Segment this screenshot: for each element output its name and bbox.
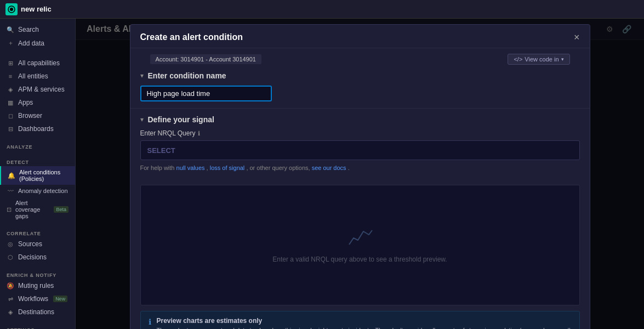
detect-section-label: DETECT (0, 157, 75, 166)
info-banner-body: These charts use your stored data to sho… (157, 326, 572, 330)
destinations-icon: ◈ (7, 309, 14, 316)
sidebar-section-analyze: ANALYZE (0, 138, 75, 153)
svg-point-1 (10, 8, 13, 11)
sources-icon: ◎ (7, 241, 14, 248)
browser-icon: ◻ (7, 112, 14, 120)
sidebar-label-anomaly: Anomaly detection (18, 188, 68, 194)
modal-close-button[interactable]: × (574, 32, 580, 42)
help-other-text: , or other query options, (246, 164, 310, 171)
sidebar-label-add-data: Add data (18, 39, 44, 47)
analyze-section-label: ANALYZE (0, 142, 75, 151)
sidebar-label-entities: All entities (18, 72, 48, 80)
sidebar-item-sources[interactable]: ◎ Sources (0, 237, 75, 251)
signal-section: ▾ Define your signal Enter NRQL Query ℹ … (130, 109, 590, 179)
coverage-icon: ⊡ (7, 206, 12, 213)
sidebar-section-detect: DETECT 🔔 Alert conditions (Policies) 〰 A… (0, 153, 75, 224)
plus-icon: ＋ (7, 39, 14, 47)
sidebar-section-main: ⊞ All capabilities ≡ All entities ◈ APM … (0, 52, 75, 138)
sidebar-section-enrich: ENRICH & NOTIFY 🔕 Muting rules ⇌ Workflo… (0, 266, 75, 321)
loss-of-signal-link[interactable]: loss of signal (210, 164, 245, 171)
app-logo[interactable]: new relic (5, 3, 52, 15)
sidebar-item-alert-conditions[interactable]: 🔔 Alert conditions (Policies) (0, 166, 75, 185)
info-banner-icon: ℹ (149, 317, 151, 326)
condition-name-title: Enter condition name (148, 71, 226, 80)
condition-name-input[interactable] (140, 86, 272, 101)
decisions-icon: ⬡ (7, 254, 14, 261)
sidebar-label-apm: APM & services (18, 86, 65, 93)
info-icon: ℹ (198, 130, 200, 137)
help-pre-text: For help with (140, 164, 175, 171)
sidebar-label-coverage: Alert coverage gaps (15, 200, 49, 219)
modal-account-row: Account: 3014901 - Account 3014901 </> V… (130, 48, 590, 65)
info-banner: ℹ Preview charts are estimates only Thes… (140, 311, 580, 330)
chevron-icon-signal: ▾ (140, 116, 144, 123)
search-icon: 🔍 (7, 26, 14, 33)
condition-name-section: ▾ Enter condition name (130, 65, 590, 109)
preview-chart-area: Enter a valid NRQL query above to see a … (140, 185, 580, 305)
nrql-query-input[interactable]: SELECT (140, 140, 580, 160)
sidebar-section-correlate: CORRELATE ◎ Sources ⬡ Decisions (0, 224, 75, 266)
sidebar-item-all-entities[interactable]: ≡ All entities (0, 70, 75, 83)
enrich-section-label: ENRICH & NOTIFY (0, 270, 75, 279)
bell-icon: 🔔 (8, 172, 15, 179)
content-area: Alerts & AI ⚙ 🔗 Create an alert conditio… (76, 19, 644, 329)
apm-icon: ◈ (7, 86, 14, 93)
account-badge: Account: 3014901 - Account 3014901 (150, 54, 261, 64)
sidebar-item-add-data[interactable]: ＋ Add data (0, 36, 75, 50)
settings-section-label: SETTINGS (0, 325, 75, 329)
sidebar-item-workflows[interactable]: ⇌ Workflows New (0, 292, 75, 305)
sidebar-label-dashboards: Dashboards (18, 125, 54, 133)
sidebar-label-sources: Sources (18, 240, 42, 248)
view-code-label: View code in (525, 56, 558, 63)
query-label-row: Enter NRQL Query ℹ (140, 129, 580, 137)
sidebar-item-destinations[interactable]: ◈ Destinations (0, 305, 75, 319)
query-help-text: For help with null values , loss of sign… (140, 163, 580, 173)
sidebar-item-decisions[interactable]: ⬡ Decisions (0, 251, 75, 264)
sidebar-item-muting-rules[interactable]: 🔕 Muting rules (0, 279, 75, 292)
modal-title: Create an alert condition (140, 32, 243, 42)
view-code-icon: </> (514, 56, 522, 63)
main-layout: 🔍 Search ＋ Add data ⊞ All capabilities ≡… (0, 19, 644, 329)
modal-header: Create an alert condition × (130, 25, 590, 48)
sidebar-item-browser[interactable]: ◻ Browser (0, 109, 75, 122)
sidebar-label-decisions: Decisions (18, 253, 47, 261)
sidebar-label-search: Search (18, 26, 39, 33)
sidebar-item-dashboards[interactable]: ⊟ Dashboards (0, 122, 75, 135)
chart-placeholder-icon (347, 227, 373, 249)
sidebar: 🔍 Search ＋ Add data ⊞ All capabilities ≡… (0, 19, 76, 329)
info-banner-title: Preview charts are estimates only (157, 317, 572, 325)
sidebar-label-muting: Muting rules (18, 282, 54, 290)
mute-icon: 🔕 (7, 282, 14, 290)
signal-toggle: ▾ Define your signal (140, 115, 580, 124)
create-alert-modal: Create an alert condition × Account: 301… (130, 24, 590, 329)
topbar: new relic (0, 0, 644, 19)
query-label-text: Enter NRQL Query (140, 129, 196, 137)
workflow-icon: ⇌ (7, 296, 14, 303)
beta-badge: Beta (54, 206, 69, 213)
sidebar-section-settings: SETTINGS ⚙ General (0, 321, 75, 329)
logo-icon (5, 3, 18, 15)
sidebar-item-anomaly-detection[interactable]: 〰 Anomaly detection (0, 185, 75, 197)
null-values-link[interactable]: null values (176, 164, 205, 171)
chevron-down-icon: ▾ (561, 56, 564, 62)
dashboard-icon: ⊟ (7, 126, 14, 133)
wave-icon: 〰 (7, 188, 14, 194)
sidebar-label-browser: Browser (18, 112, 42, 120)
sidebar-item-search[interactable]: 🔍 Search (0, 23, 75, 36)
sidebar-item-alert-coverage[interactable]: ⊡ Alert coverage gaps Beta (0, 197, 75, 222)
help-period: . (348, 164, 350, 171)
sidebar-item-all-capabilities[interactable]: ⊞ All capabilities (0, 56, 75, 70)
chevron-icon-condition: ▾ (140, 72, 144, 80)
select-keyword: SELECT (147, 146, 175, 155)
sidebar-item-apps[interactable]: ▦ Apps (0, 96, 75, 109)
sidebar-label-destinations: Destinations (18, 308, 54, 316)
sidebar-item-apm[interactable]: ◈ APM & services (0, 83, 75, 96)
grid-icon: ⊞ (7, 60, 14, 67)
sidebar-label-capabilities: All capabilities (18, 59, 60, 67)
preview-placeholder-text: Enter a valid NRQL query above to see a … (272, 256, 447, 263)
apps-icon: ▦ (7, 99, 14, 106)
see-docs-link[interactable]: see our docs (312, 164, 346, 171)
modal-overlay: Create an alert condition × Account: 301… (76, 19, 644, 329)
view-code-button[interactable]: </> View code in ▾ (508, 54, 569, 65)
sidebar-label-apps: Apps (18, 99, 33, 106)
